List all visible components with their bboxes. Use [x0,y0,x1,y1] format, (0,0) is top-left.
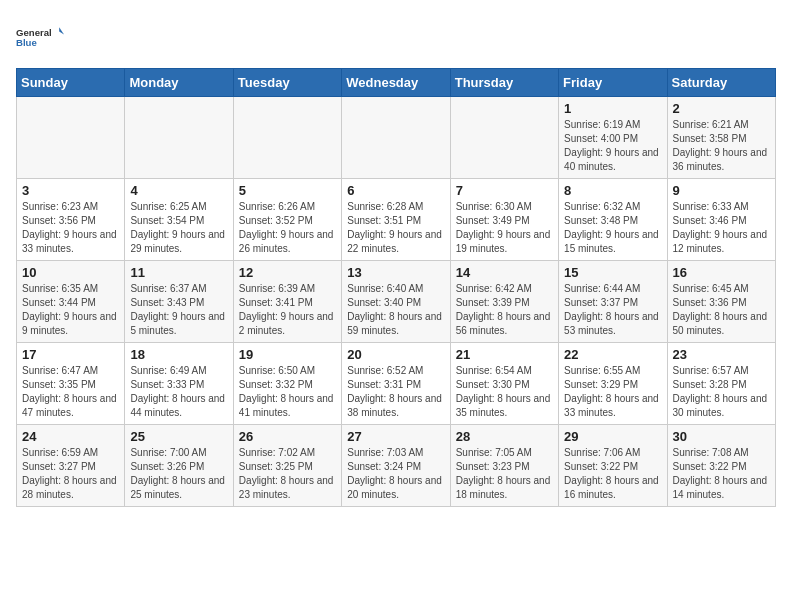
day-info: Sunrise: 7:08 AM Sunset: 3:22 PM Dayligh… [673,446,770,502]
day-number: 2 [673,101,770,116]
day-number: 1 [564,101,661,116]
day-info: Sunrise: 6:49 AM Sunset: 3:33 PM Dayligh… [130,364,227,420]
calendar-cell: 1Sunrise: 6:19 AM Sunset: 4:00 PM Daylig… [559,97,667,179]
day-number: 3 [22,183,119,198]
day-info: Sunrise: 6:54 AM Sunset: 3:30 PM Dayligh… [456,364,553,420]
day-number: 14 [456,265,553,280]
calendar-cell: 21Sunrise: 6:54 AM Sunset: 3:30 PM Dayli… [450,343,558,425]
svg-marker-2 [59,27,64,34]
day-number: 13 [347,265,444,280]
day-number: 28 [456,429,553,444]
day-info: Sunrise: 6:23 AM Sunset: 3:56 PM Dayligh… [22,200,119,256]
day-number: 12 [239,265,336,280]
page-header: General Blue [16,16,776,60]
calendar-cell [233,97,341,179]
col-header-sunday: Sunday [17,69,125,97]
day-info: Sunrise: 6:21 AM Sunset: 3:58 PM Dayligh… [673,118,770,174]
calendar-cell: 23Sunrise: 6:57 AM Sunset: 3:28 PM Dayli… [667,343,775,425]
day-info: Sunrise: 7:05 AM Sunset: 3:23 PM Dayligh… [456,446,553,502]
calendar-week-5: 24Sunrise: 6:59 AM Sunset: 3:27 PM Dayli… [17,425,776,507]
svg-text:General: General [16,27,52,38]
calendar-cell: 6Sunrise: 6:28 AM Sunset: 3:51 PM Daylig… [342,179,450,261]
col-header-saturday: Saturday [667,69,775,97]
day-number: 27 [347,429,444,444]
calendar-week-4: 17Sunrise: 6:47 AM Sunset: 3:35 PM Dayli… [17,343,776,425]
day-info: Sunrise: 7:06 AM Sunset: 3:22 PM Dayligh… [564,446,661,502]
calendar-cell: 19Sunrise: 6:50 AM Sunset: 3:32 PM Dayli… [233,343,341,425]
col-header-tuesday: Tuesday [233,69,341,97]
day-info: Sunrise: 6:55 AM Sunset: 3:29 PM Dayligh… [564,364,661,420]
calendar-header-row: SundayMondayTuesdayWednesdayThursdayFrid… [17,69,776,97]
calendar-cell: 5Sunrise: 6:26 AM Sunset: 3:52 PM Daylig… [233,179,341,261]
calendar-cell: 11Sunrise: 6:37 AM Sunset: 3:43 PM Dayli… [125,261,233,343]
calendar-cell: 3Sunrise: 6:23 AM Sunset: 3:56 PM Daylig… [17,179,125,261]
calendar-cell: 15Sunrise: 6:44 AM Sunset: 3:37 PM Dayli… [559,261,667,343]
day-info: Sunrise: 6:35 AM Sunset: 3:44 PM Dayligh… [22,282,119,338]
col-header-friday: Friday [559,69,667,97]
day-number: 17 [22,347,119,362]
day-number: 30 [673,429,770,444]
day-info: Sunrise: 6:52 AM Sunset: 3:31 PM Dayligh… [347,364,444,420]
day-info: Sunrise: 6:37 AM Sunset: 3:43 PM Dayligh… [130,282,227,338]
day-number: 16 [673,265,770,280]
calendar-cell: 13Sunrise: 6:40 AM Sunset: 3:40 PM Dayli… [342,261,450,343]
calendar-cell: 20Sunrise: 6:52 AM Sunset: 3:31 PM Dayli… [342,343,450,425]
calendar-cell [342,97,450,179]
day-number: 21 [456,347,553,362]
day-number: 18 [130,347,227,362]
day-info: Sunrise: 6:25 AM Sunset: 3:54 PM Dayligh… [130,200,227,256]
calendar-week-2: 3Sunrise: 6:23 AM Sunset: 3:56 PM Daylig… [17,179,776,261]
calendar-cell: 16Sunrise: 6:45 AM Sunset: 3:36 PM Dayli… [667,261,775,343]
day-info: Sunrise: 6:28 AM Sunset: 3:51 PM Dayligh… [347,200,444,256]
calendar-cell: 29Sunrise: 7:06 AM Sunset: 3:22 PM Dayli… [559,425,667,507]
day-info: Sunrise: 6:42 AM Sunset: 3:39 PM Dayligh… [456,282,553,338]
day-info: Sunrise: 6:45 AM Sunset: 3:36 PM Dayligh… [673,282,770,338]
day-number: 8 [564,183,661,198]
calendar-cell: 10Sunrise: 6:35 AM Sunset: 3:44 PM Dayli… [17,261,125,343]
calendar-table: SundayMondayTuesdayWednesdayThursdayFrid… [16,68,776,507]
logo-svg: General Blue [16,16,64,60]
day-number: 15 [564,265,661,280]
day-number: 23 [673,347,770,362]
day-number: 20 [347,347,444,362]
day-info: Sunrise: 6:30 AM Sunset: 3:49 PM Dayligh… [456,200,553,256]
calendar-cell [17,97,125,179]
col-header-monday: Monday [125,69,233,97]
day-info: Sunrise: 6:44 AM Sunset: 3:37 PM Dayligh… [564,282,661,338]
calendar-cell: 18Sunrise: 6:49 AM Sunset: 3:33 PM Dayli… [125,343,233,425]
day-info: Sunrise: 6:26 AM Sunset: 3:52 PM Dayligh… [239,200,336,256]
calendar-cell: 9Sunrise: 6:33 AM Sunset: 3:46 PM Daylig… [667,179,775,261]
calendar-cell: 26Sunrise: 7:02 AM Sunset: 3:25 PM Dayli… [233,425,341,507]
day-number: 19 [239,347,336,362]
calendar-cell: 4Sunrise: 6:25 AM Sunset: 3:54 PM Daylig… [125,179,233,261]
day-number: 26 [239,429,336,444]
calendar-cell [450,97,558,179]
day-info: Sunrise: 6:32 AM Sunset: 3:48 PM Dayligh… [564,200,661,256]
day-info: Sunrise: 6:40 AM Sunset: 3:40 PM Dayligh… [347,282,444,338]
calendar-week-1: 1Sunrise: 6:19 AM Sunset: 4:00 PM Daylig… [17,97,776,179]
calendar-cell: 30Sunrise: 7:08 AM Sunset: 3:22 PM Dayli… [667,425,775,507]
calendar-cell: 27Sunrise: 7:03 AM Sunset: 3:24 PM Dayli… [342,425,450,507]
day-number: 10 [22,265,119,280]
day-info: Sunrise: 6:19 AM Sunset: 4:00 PM Dayligh… [564,118,661,174]
day-info: Sunrise: 6:57 AM Sunset: 3:28 PM Dayligh… [673,364,770,420]
calendar-cell: 25Sunrise: 7:00 AM Sunset: 3:26 PM Dayli… [125,425,233,507]
day-info: Sunrise: 6:59 AM Sunset: 3:27 PM Dayligh… [22,446,119,502]
calendar-cell: 7Sunrise: 6:30 AM Sunset: 3:49 PM Daylig… [450,179,558,261]
calendar-cell: 2Sunrise: 6:21 AM Sunset: 3:58 PM Daylig… [667,97,775,179]
day-info: Sunrise: 6:33 AM Sunset: 3:46 PM Dayligh… [673,200,770,256]
day-info: Sunrise: 7:03 AM Sunset: 3:24 PM Dayligh… [347,446,444,502]
col-header-wednesday: Wednesday [342,69,450,97]
day-info: Sunrise: 6:47 AM Sunset: 3:35 PM Dayligh… [22,364,119,420]
day-number: 6 [347,183,444,198]
day-number: 22 [564,347,661,362]
calendar-cell: 22Sunrise: 6:55 AM Sunset: 3:29 PM Dayli… [559,343,667,425]
calendar-cell: 8Sunrise: 6:32 AM Sunset: 3:48 PM Daylig… [559,179,667,261]
calendar-cell: 28Sunrise: 7:05 AM Sunset: 3:23 PM Dayli… [450,425,558,507]
day-number: 5 [239,183,336,198]
calendar-cell: 14Sunrise: 6:42 AM Sunset: 3:39 PM Dayli… [450,261,558,343]
day-number: 11 [130,265,227,280]
calendar-week-3: 10Sunrise: 6:35 AM Sunset: 3:44 PM Dayli… [17,261,776,343]
calendar-cell: 24Sunrise: 6:59 AM Sunset: 3:27 PM Dayli… [17,425,125,507]
logo: General Blue [16,16,64,60]
